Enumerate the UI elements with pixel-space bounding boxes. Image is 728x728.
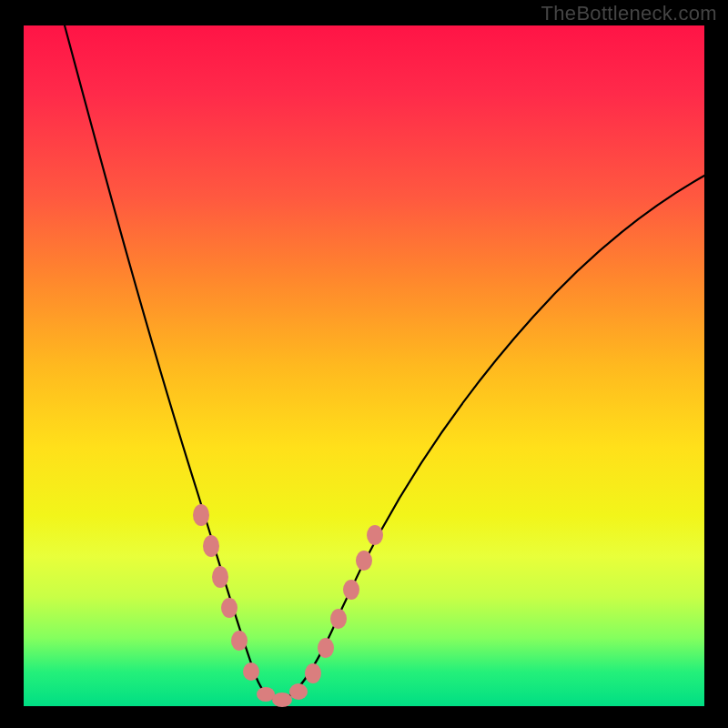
bead	[289, 683, 308, 700]
bead	[330, 609, 347, 629]
bead	[243, 662, 259, 681]
stage: TheBottleneck.com	[0, 0, 728, 728]
bead	[203, 535, 219, 557]
bead	[356, 551, 372, 571]
chart-panel	[24, 25, 704, 706]
bead	[343, 580, 359, 600]
bead	[221, 598, 238, 618]
bead-group	[193, 504, 383, 707]
bead	[367, 525, 383, 545]
curve-left-arm	[65, 25, 278, 701]
bead	[272, 693, 292, 707]
bead	[257, 687, 275, 702]
bead	[231, 631, 248, 651]
chart-svg	[24, 25, 704, 706]
bead	[318, 638, 334, 658]
bead	[212, 566, 228, 588]
watermark-text: TheBottleneck.com	[541, 2, 717, 25]
bead	[305, 663, 321, 683]
bead	[193, 504, 209, 526]
